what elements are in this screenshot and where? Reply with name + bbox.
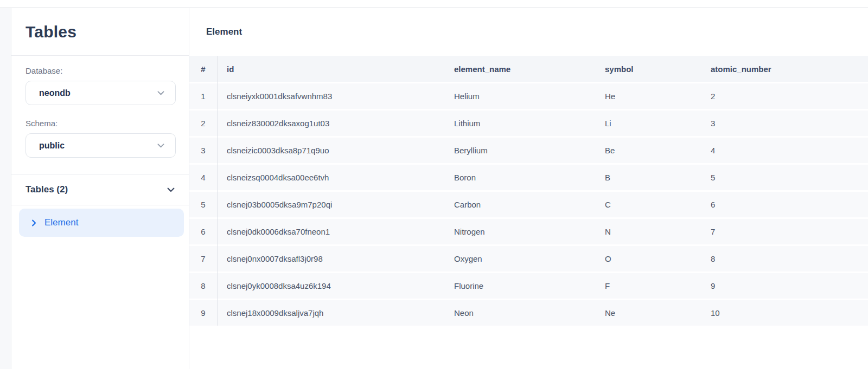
top-strip (0, 0, 868, 8)
table-row: 8 clsnej0yk0008dksa4uz6k194 Fluorine F 9 (189, 273, 868, 300)
id-cell: clsneiz830002dksaxog1ut03 (217, 111, 444, 136)
table-header-row: # id element_name symbol atomic_number (189, 56, 868, 83)
row-index-cell: 2 (189, 111, 217, 136)
symbol-cell: He (595, 83, 701, 109)
symbol-cell: N (595, 219, 701, 244)
chevron-down-icon (156, 141, 165, 150)
table-row: 9 clsnej18x0009dksaljva7jqh Neon Ne 10 (189, 300, 868, 327)
id-cell: clsneizsq0004dksa00ee6tvh (217, 165, 444, 190)
tables-page: Tables Database: neondb Schema: public (0, 0, 868, 369)
chevron-down-icon (166, 185, 176, 195)
schema-label: Schema: (25, 119, 176, 128)
symbol-cell: C (595, 192, 701, 217)
database-select[interactable]: neondb (25, 81, 176, 105)
sidebar: Tables Database: neondb Schema: public (11, 8, 189, 369)
symbol-cell: F (595, 273, 701, 299)
element-name-cell: Neon (444, 300, 595, 326)
id-cell: clsnej03b0005dksa9m7p20qi (217, 192, 444, 217)
id-cell: clsnej18x0009dksaljva7jqh (217, 300, 444, 326)
column-header-atomic-number: atomic_number (701, 56, 868, 82)
symbol-cell: O (595, 246, 701, 271)
row-index-cell: 4 (189, 165, 217, 190)
main-panel: Element # id element_name symbol atomic_… (189, 8, 868, 369)
element-name-cell: Oxygen (444, 246, 595, 271)
row-index-cell: 9 (189, 300, 217, 326)
left-gutter (0, 8, 11, 369)
sidebar-item-label: Element (44, 217, 78, 228)
table-row: 2 clsneiz830002dksaxog1ut03 Lithium Li 3 (189, 111, 868, 138)
row-index-cell: 1 (189, 83, 217, 109)
sidebar-item-element[interactable]: Element (19, 209, 184, 237)
row-index-cell: 3 (189, 138, 217, 163)
schema-select[interactable]: public (25, 133, 176, 158)
table-row: 4 clsneizsq0004dksa00ee6tvh Boron B 5 (189, 165, 868, 192)
column-header-element-name: element_name (444, 56, 595, 82)
element-name-cell: Lithium (444, 111, 595, 136)
id-cell: clsnej0nx0007dksafl3j0r98 (217, 246, 444, 271)
atomic-number-cell: 10 (701, 300, 868, 326)
atomic-number-cell: 9 (701, 273, 868, 299)
element-name-cell: Fluorine (444, 273, 595, 299)
id-cell: clsnej0yk0008dksa4uz6k194 (217, 273, 444, 299)
element-name-cell: Boron (444, 165, 595, 190)
element-name-cell: Nitrogen (444, 219, 595, 244)
row-index-cell: 8 (189, 273, 217, 299)
page-title: Tables (25, 23, 76, 41)
table-row: 7 clsnej0nx0007dksafl3j0r98 Oxygen O 8 (189, 246, 868, 273)
main-header: Element (189, 8, 868, 56)
symbol-cell: Ne (595, 300, 701, 326)
atomic-number-cell: 6 (701, 192, 868, 217)
atomic-number-cell: 8 (701, 246, 868, 271)
database-select-value: neondb (39, 88, 71, 98)
element-name-cell: Carbon (444, 192, 595, 217)
column-header-id: id (217, 56, 444, 82)
table-body: 1 clsneiyxk0001dksafvwnhm83 Helium He 2 … (189, 83, 868, 327)
symbol-cell: B (595, 165, 701, 190)
chevron-right-icon (30, 219, 38, 227)
atomic-number-cell: 2 (701, 83, 868, 109)
element-name-cell: Beryllium (444, 138, 595, 163)
column-header-symbol: symbol (595, 56, 701, 82)
table-row: 3 clsneizic0003dksa8p71q9uo Beryllium Be… (189, 138, 868, 165)
table-row: 1 clsneiyxk0001dksafvwnhm83 Helium He 2 (189, 83, 868, 111)
id-cell: clsneiyxk0001dksafvwnhm83 (217, 83, 444, 109)
id-cell: clsnej0dk0006dksa70fneon1 (217, 219, 444, 244)
row-index-cell: 7 (189, 246, 217, 271)
database-label: Database: (25, 66, 176, 75)
schema-select-value: public (39, 141, 65, 151)
element-name-cell: Helium (444, 83, 595, 109)
table-list: Element (11, 205, 189, 369)
tables-section-label: Tables (2) (25, 184, 68, 195)
id-cell: clsneizic0003dksa8p71q9uo (217, 138, 444, 163)
atomic-number-cell: 3 (701, 111, 868, 136)
atomic-number-cell: 4 (701, 138, 868, 163)
sidebar-controls: Database: neondb Schema: public (11, 56, 189, 174)
row-index-cell: 6 (189, 219, 217, 244)
atomic-number-cell: 5 (701, 165, 868, 190)
row-index-cell: 5 (189, 192, 217, 217)
selected-table-title: Element (206, 27, 242, 37)
atomic-number-cell: 7 (701, 219, 868, 244)
index-column-separator (217, 56, 218, 326)
table-row: 6 clsnej0dk0006dksa70fneon1 Nitrogen N 7 (189, 219, 868, 246)
table-row: 5 clsnej03b0005dksa9m7p20qi Carbon C 6 (189, 192, 868, 219)
app-body: Tables Database: neondb Schema: public (0, 8, 868, 369)
sidebar-header: Tables (11, 8, 189, 56)
tables-section-toggle[interactable]: Tables (2) (11, 174, 189, 205)
chevron-down-icon (156, 88, 165, 98)
symbol-cell: Be (595, 138, 701, 163)
symbol-cell: Li (595, 111, 701, 136)
column-header-index: # (189, 56, 217, 82)
